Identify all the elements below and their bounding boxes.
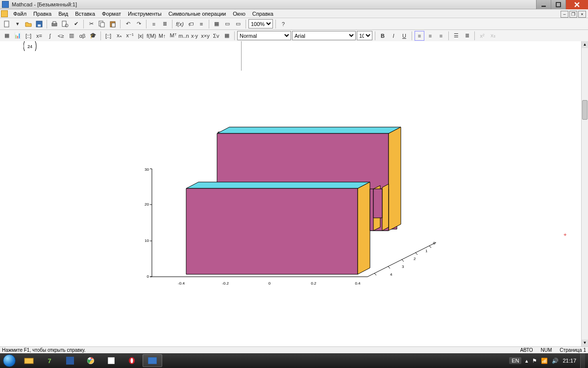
help-icon[interactable]: ? — [278, 19, 288, 29]
m11-icon[interactable]: Σv — [211, 31, 221, 41]
greek-icon[interactable]: αβ — [77, 31, 87, 41]
start-button[interactable] — [0, 353, 19, 368]
chart-3d-bar[interactable]: 0 10 20 30 -0.4 -0.2 0 0.2 0.4 0 1 2 3 4 — [132, 125, 446, 311]
scroll-down-icon[interactable]: ▼ — [582, 340, 588, 346]
menu-symbolic[interactable]: Символьные операции — [165, 10, 230, 17]
prog-icon[interactable]: ▥ — [67, 31, 76, 41]
graph-icon[interactable]: 📊 — [13, 31, 23, 41]
scroll-thumb-v[interactable] — [582, 100, 588, 120]
status-num: NUM — [541, 347, 552, 353]
taskbar: 7 EN ▴ ⚑ 📶 🔊 21:17 — [0, 353, 588, 368]
menu-help[interactable]: Справка — [249, 10, 277, 17]
task-mathcad[interactable] — [143, 354, 162, 367]
document-area[interactable]: 24 + 0 10 20 30 -0.4 -0.2 0 0.2 0.4 — [0, 41, 581, 346]
zoom-combo[interactable]: 100% — [248, 19, 273, 28]
style-combo[interactable]: Normal — [237, 31, 291, 40]
menu-tools[interactable]: Инструменты — [124, 10, 165, 17]
fx-icon[interactable]: f(x) — [175, 19, 185, 29]
bool-icon[interactable]: <≥ — [56, 31, 66, 41]
m9-icon[interactable]: x·y — [190, 31, 199, 41]
sup-icon[interactable]: x² — [477, 31, 487, 41]
menu-insert[interactable]: Вставка — [72, 10, 98, 17]
show-desktop-button[interactable] — [580, 353, 585, 368]
spell-icon[interactable]: ✔ — [71, 19, 81, 29]
new-icon[interactable] — [2, 19, 12, 29]
calculator-icon[interactable]: ▦ — [2, 31, 12, 41]
sub-icon[interactable]: x₂ — [488, 31, 498, 41]
vertical-scrollbar[interactable]: ▲ ▼ — [581, 41, 588, 346]
cut-icon[interactable]: ✂ — [86, 19, 96, 29]
align2-icon[interactable]: ≣ — [160, 19, 170, 29]
doc-icon — [1, 10, 8, 17]
task-7zip[interactable]: 7 — [40, 354, 59, 367]
save-icon[interactable] — [34, 19, 44, 29]
undo-icon[interactable]: ↶ — [123, 19, 133, 29]
tray-volume-icon[interactable]: 🔊 — [552, 358, 559, 364]
tray-clock[interactable]: 21:17 — [563, 358, 576, 364]
menu-format[interactable]: Формат — [98, 10, 124, 17]
svg-rect-62 — [148, 357, 157, 364]
m7-icon[interactable]: Mᵀ — [168, 31, 178, 41]
mdi-close[interactable]: × — [578, 11, 586, 18]
m1-icon[interactable]: [::] — [103, 31, 113, 41]
copy-icon[interactable] — [97, 19, 107, 29]
tray-flag-icon[interactable]: ⚑ — [532, 358, 537, 364]
minimize-button[interactable] — [536, 0, 551, 9]
numbered-icon[interactable]: ≣ — [462, 31, 472, 41]
svg-rect-1 — [556, 2, 561, 7]
redo-icon[interactable]: ↷ — [134, 19, 144, 29]
bullets-icon[interactable]: ☰ — [451, 31, 461, 41]
task-app2[interactable] — [101, 354, 121, 367]
tray-language[interactable]: EN — [509, 357, 521, 364]
menu-edit[interactable]: Правка — [30, 10, 55, 17]
maximize-button[interactable] — [551, 0, 565, 9]
mdi-minimize[interactable]: – — [561, 11, 568, 18]
size-combo[interactable]: 10 — [357, 31, 372, 40]
unit-icon[interactable]: 🏷 — [186, 19, 196, 29]
mdi-restore[interactable]: ❐ — [569, 11, 577, 18]
task-app1[interactable] — [60, 354, 80, 367]
menu-file[interactable]: Файл — [10, 10, 30, 17]
matrix-icon[interactable]: [::] — [24, 31, 33, 41]
calc-tool-icon[interactable]: ∫ — [45, 31, 55, 41]
calc-icon[interactable]: = — [196, 19, 206, 29]
font-combo[interactable]: Arial — [292, 31, 356, 40]
align-right-icon[interactable]: ≡ — [436, 31, 446, 41]
m3-icon[interactable]: x⁻¹ — [125, 31, 135, 41]
svg-text:0: 0 — [147, 274, 149, 279]
task-explorer[interactable] — [19, 354, 39, 367]
underline-button[interactable]: U — [399, 31, 409, 41]
m10-icon[interactable]: x×y — [200, 31, 210, 41]
insert-obj-icon[interactable]: ▭ — [222, 19, 232, 29]
menu-view[interactable]: Вид — [55, 10, 72, 17]
m12-icon[interactable]: ▦ — [222, 31, 232, 41]
svg-rect-14 — [112, 23, 115, 27]
m6-icon[interactable]: M↑ — [157, 31, 167, 41]
tray-network-icon[interactable]: 📶 — [541, 358, 548, 364]
align-center-icon[interactable]: ≡ — [425, 31, 435, 41]
mdi-controls: – ❐ × — [561, 11, 586, 18]
m4-icon[interactable]: |x| — [136, 31, 146, 41]
task-chrome[interactable] — [81, 354, 100, 367]
close-button[interactable] — [565, 0, 588, 9]
menu-window[interactable]: Окно — [229, 10, 249, 17]
sym-icon[interactable]: 🎓 — [88, 31, 98, 41]
dropdown-new-icon[interactable]: ▾ — [13, 19, 23, 29]
component-icon[interactable]: ▦ — [212, 19, 221, 29]
insert-hyperlink-icon[interactable]: ▭ — [233, 19, 243, 29]
preview-icon[interactable] — [60, 19, 70, 29]
align-left-icon[interactable]: ≡ — [415, 31, 424, 41]
eval-icon[interactable]: x= — [34, 31, 44, 41]
bold-button[interactable]: B — [378, 31, 388, 41]
scroll-up-icon[interactable]: ▲ — [582, 41, 588, 48]
paste-icon[interactable] — [108, 19, 118, 29]
italic-button[interactable]: I — [389, 31, 398, 41]
align-icon[interactable]: ≡ — [149, 19, 159, 29]
open-icon[interactable] — [24, 19, 33, 29]
m5-icon[interactable]: f(M) — [147, 31, 156, 41]
tray-up-icon[interactable]: ▴ — [525, 358, 528, 364]
print-icon[interactable] — [49, 19, 59, 29]
m2-icon[interactable]: xₙ — [114, 31, 124, 41]
task-opera[interactable] — [122, 354, 142, 367]
m8-icon[interactable]: m..n — [179, 31, 189, 41]
